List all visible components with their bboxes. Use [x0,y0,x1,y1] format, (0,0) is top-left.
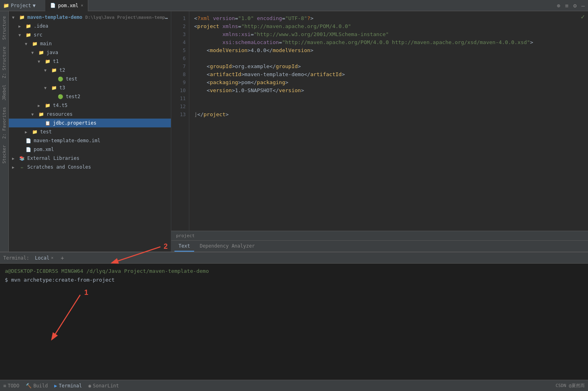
terminal-prompt-line: a@DESKTOP-IC8DR5S MINGW64 /d/lyq/Java Pr… [5,267,583,276]
sonarlint-label: SonarLint [93,383,119,389]
globe-icon[interactable]: ⊕ [557,2,560,9]
pom-xml-icon: 📄 [50,3,56,8]
vtab-z-favorites[interactable]: Z: Structure [0,43,8,81]
terminal-tab-local-label: Local [35,255,49,261]
terminal-icon: ▶ [54,383,57,389]
gear-icon[interactable]: ⚙ [573,2,576,9]
editor-area: 12345 678910 111213 <?xml version="1.0" … [171,11,588,252]
main-area: Structure Z: Structure JRebel 2: Favorit… [0,11,588,252]
editor-bottom-tabs: Text Dependency Analyzer [171,240,588,252]
terminal-label: Terminal: [3,255,29,261]
tree-item-t1[interactable]: ▼ 📁 t1 [9,57,171,66]
tree-item-t2[interactable]: ▼ 📁 t2 [9,66,171,75]
bottom-toolbar: ≡ TODO 🔨 Build ▶ Terminal ◉ SonarLint CS… [0,380,588,391]
build-icon: 🔨 [26,383,32,389]
editor-content: 12345 678910 111213 <?xml version="1.0" … [171,11,588,231]
tree-item-src[interactable]: ▼ 📁 src [9,30,171,39]
editor-breadcrumb: project [171,231,588,240]
line-numbers: 12345 678910 111213 [171,11,189,231]
vtab-stocker[interactable]: Stocker [0,142,8,167]
tab-pom-label: pom.xml [58,3,79,8]
tree-item-java[interactable]: ▼ 📁 java [9,48,171,57]
tree-item-iml[interactable]: 📄 maven-template-demo.iml [9,136,171,145]
todo-button[interactable]: ≡ TODO [3,383,19,389]
terminal-label: Terminal [59,383,82,389]
minimize-icon[interactable]: — [582,2,585,9]
project-icon: 📁 [3,3,9,8]
build-label: Build [33,383,48,389]
project-dropdown-icon[interactable]: ▼ [33,3,36,8]
todo-label: TODO [8,383,19,389]
left-vertical-tabs: Structure Z: Structure JRebel 2: Favorit… [0,11,9,252]
terminal-tab-close-button[interactable]: × [51,256,53,260]
tree-item-external-libraries[interactable]: ▶ 📚 External Libraries [9,154,171,163]
tree-item-root[interactable]: ▼ 📁 maven-template-demo D:\lyq\Java Proj… [9,13,171,22]
todo-icon: ≡ [3,383,6,389]
tree-item-jdbc-properties[interactable]: 📋 jdbc.properties [9,119,171,127]
tree-item-resources[interactable]: ▼ 📁 resources [9,110,171,119]
vtab-jrebel[interactable]: JRebel [0,81,8,104]
terminal-content[interactable]: a@DESKTOP-IC8DR5S MINGW64 /d/lyq/Java Pr… [0,264,588,380]
tab-text-label: Text [178,243,190,249]
tree-item-idea[interactable]: ▶ 📁 .idea [9,22,171,30]
project-sidebar: ▼ 📁 maven-template-demo D:\lyq\Java Proj… [9,11,171,252]
terminal-area: Terminal: Local × + a@DESKTOP-IC8DR5S MI… [0,252,588,380]
vtab-2-favorites[interactable]: 2: Favorites [0,104,8,142]
terminal-path-text: a@DESKTOP-IC8DR5S MINGW64 /d/lyq/Java Pr… [5,268,209,274]
validation-checkmark: ✓ [581,13,585,20]
terminal-header: Terminal: Local × + [0,252,588,264]
editor-tabs: 📄 pom.xml × [45,0,554,11]
terminal-tab-local[interactable]: Local × [32,254,56,262]
terminal-button[interactable]: ▶ Terminal [54,383,82,389]
project-tree: ▼ 📁 maven-template-demo D:\lyq\Java Proj… [9,11,171,252]
menu-icon[interactable]: ≡ [565,2,568,9]
status-right: CSDN @夏然而 [556,383,585,389]
title-bar: 📁 Project ▼ 📄 pom.xml × ⊕ ≡ ⚙ — [0,0,588,11]
build-button[interactable]: 🔨 Build [26,383,48,389]
tree-item-test[interactable]: 🟢 test [9,75,171,83]
tab-dependency-analyzer[interactable]: Dependency Analyzer [196,241,259,252]
tree-item-test-folder[interactable]: ▶ 📁 test [9,127,171,136]
project-title: Project [11,3,31,8]
title-bar-actions: ⊕ ≡ ⚙ — [557,2,585,9]
external-libraries-label: External Libraries [27,155,79,161]
code-editor[interactable]: <?xml version="1.0" encoding="UTF-8"?> <… [189,11,588,231]
terminal-command-text: $ mvn archetype:create-from-project [5,277,115,283]
csdn-label: CSDN @夏然而 [556,383,585,388]
terminal-command-line: $ mvn archetype:create-from-project [5,276,583,284]
tree-item-t3[interactable]: ▼ 📁 t3 [9,83,171,92]
tree-item-pom-xml[interactable]: 📄 pom.xml [9,145,171,154]
project-label[interactable]: 📁 Project ▼ [3,3,36,8]
tab-dependency-label: Dependency Analyzer [200,243,255,249]
terminal-add-tab-button[interactable]: + [59,255,65,261]
tree-item-test2[interactable]: 🟢 test2 [9,92,171,101]
breadcrumb-text: project [176,233,195,238]
tab-pom-xml[interactable]: 📄 pom.xml × [45,0,89,11]
tree-item-scratches[interactable]: ▶ ✏️ Scratches and Consoles [9,163,171,171]
tree-item-t4t5[interactable]: ▶ 📁 t4.t5 [9,101,171,110]
tab-text[interactable]: Text [174,241,194,252]
vtab-structure[interactable]: Structure [0,13,8,43]
sonarlint-icon: ◉ [88,383,91,389]
scratches-label: Scratches and Consoles [27,164,91,170]
sonarlint-button[interactable]: ◉ SonarLint [88,383,119,389]
tree-item-main[interactable]: ▼ 📁 main [9,39,171,48]
tab-close-button[interactable]: × [81,3,83,8]
